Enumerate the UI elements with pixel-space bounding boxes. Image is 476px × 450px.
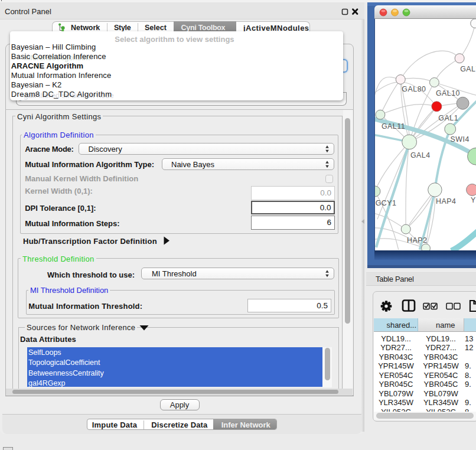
svg-text:GAL10: GAL10: [436, 89, 460, 97]
svg-text:GAL80: GAL80: [402, 85, 426, 93]
svg-text:SWI4: SWI4: [451, 135, 470, 144]
svg-text:GAL7: GAL7: [460, 65, 476, 73]
svg-text:HAP4: HAP4: [436, 197, 456, 206]
svg-text:GCY1: GCY1: [376, 199, 397, 207]
svg-text:GAL4: GAL4: [410, 151, 431, 159]
svg-text:GAL1: GAL1: [438, 114, 458, 122]
svg-text:HAP2: HAP2: [407, 236, 427, 244]
svg-text:YE: YE: [471, 196, 476, 204]
svg-text:GAL11: GAL11: [382, 122, 405, 131]
